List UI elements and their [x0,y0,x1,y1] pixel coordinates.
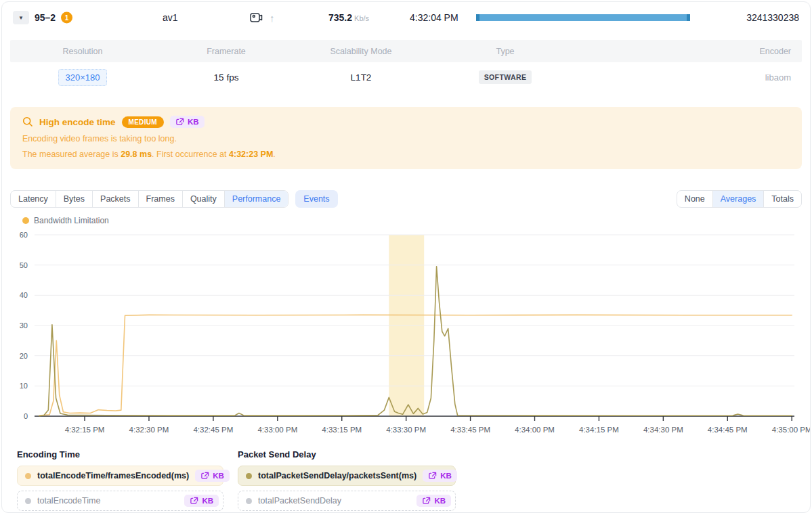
series-dot [246,498,252,504]
svg-text:30: 30 [20,321,28,330]
svg-text:4:34:30 PM: 4:34:30 PM [643,426,683,434]
col-encoder: Encoder [586,47,802,56]
warning-line2: The measured average is 29.8 ms. First o… [22,150,790,159]
stats-value-row: 320×180 15 fps L1T2 SOFTWARE libaom [10,62,802,92]
svg-text:40: 40 [20,291,28,299]
warning-title: High encode time [39,117,116,127]
svg-text:0: 0 [24,412,28,420]
series-row-packet-total[interactable]: totalPacketSendDelay KB [238,491,456,511]
share-icon [175,118,184,126]
knowledge-base-button[interactable]: KB [195,470,230,482]
svg-text:4:33:15 PM: 4:33:15 PM [322,426,362,434]
issue-count-badge: 1 [61,12,72,24]
share-icon [200,472,209,480]
svg-text:4:34:00 PM: 4:34:00 PM [515,426,555,434]
series-row-encode-avg[interactable]: totalEncodeTime/framesEncoded(ms) KB [17,466,223,486]
svg-text:4:35:00 PM: 4:35:00 PM [772,426,811,434]
metric-tabs: Latency Bytes Packets Frames Quality Per… [10,190,289,208]
stream-stats-table: Resolution Framerate Scalability Mode Ty… [10,40,802,92]
series-row-packet-avg[interactable]: totalPacketSendDelay/packetsSent(ms) KB [238,466,456,486]
svg-text:60: 60 [20,231,28,239]
col-scalability-mode: Scalability Mode [297,47,425,56]
timeline-end-handle[interactable] [687,14,690,21]
video-camera-icon [250,13,263,23]
svg-text:4:33:45 PM: 4:33:45 PM [450,426,490,434]
codec-label: av1 [163,12,178,23]
stats-header-row: Resolution Framerate Scalability Mode Ty… [10,40,802,62]
chevron-down-icon: ▼ [18,15,24,21]
series-label: totalPacketSendDelay/packetsSent(ms) [258,471,416,480]
tab-events[interactable]: Events [295,190,337,208]
series-label: totalPacketSendDelay [258,496,341,505]
timeline-start-handle[interactable] [476,14,479,21]
svg-text:20: 20 [20,352,28,360]
encoding-time-title: Encoding Time [17,449,238,459]
share-icon [428,472,437,480]
series-label: totalEncodeTime/framesEncoded(ms) [37,471,189,480]
chart-legend: Bandwidth Limitation [22,216,810,225]
knowledge-base-button[interactable]: KB [184,495,219,507]
packet-send-delay-panel: Packet Send Delay totalPacketSendDelay/p… [238,449,456,513]
series-selector-area: Encoding Time totalEncodeTime/framesEnco… [17,449,810,513]
svg-text:50: 50 [20,261,28,269]
bitrate: 735.2Kb/s [328,12,369,24]
packet-send-delay-title: Packet Send Delay [238,449,456,459]
timeline-progress-bar[interactable] [476,14,690,21]
tab-none[interactable]: None [677,191,713,207]
series-dot [25,498,31,504]
warning-line1: Encoding video frames is taking too long… [22,134,790,143]
tab-frames[interactable]: Frames [139,191,183,207]
bandwidth-limitation-label: Bandwidth Limitation [34,216,109,225]
high-encode-time-warning: High encode time MEDIUM KB Encoding vide… [10,107,802,169]
tab-totals[interactable]: Totals [764,191,801,207]
aggregation-tabs: None Averages Totals [677,190,802,208]
tab-performance[interactable]: Performance [225,191,289,207]
col-resolution: Resolution [10,47,155,56]
stream-topbar: ▼ 95–2 1 av1 ↑ 735.2Kb/s 4:32:04 PM 3241… [2,2,810,33]
encoding-time-panel: Encoding Time totalEncodeTime/framesEnco… [17,449,238,513]
first-occurrence-time: 4:32:23 PM [229,150,273,159]
tab-averages[interactable]: Averages [713,191,765,207]
performance-chart[interactable]: 01020304050604:32:15 PM4:32:30 PM4:32:45… [2,227,811,440]
upload-arrow-icon: ↑ [270,13,275,23]
stream-panel: ▼ 95–2 1 av1 ↑ 735.2Kb/s 4:32:04 PM 3241… [1,1,811,513]
severity-badge: MEDIUM [122,116,164,128]
svg-text:4:32:30 PM: 4:32:30 PM [129,426,169,434]
ssrc-id: 3241330238 [746,12,799,23]
collapse-button[interactable]: ▼ [13,11,29,24]
bitrate-unit: Kb/s [354,14,369,22]
measured-average: 29.8 ms [121,150,152,159]
svg-text:4:34:15 PM: 4:34:15 PM [579,426,619,434]
track-id: 95–2 [35,12,56,23]
tab-bytes[interactable]: Bytes [56,191,93,207]
share-icon [422,497,431,505]
knowledge-base-button[interactable]: KB [170,116,205,128]
bitrate-value: 735.2 [328,12,352,23]
svg-text:10: 10 [20,382,28,390]
knowledge-base-button[interactable]: KB [416,495,451,507]
kb-label: KB [188,118,199,126]
share-icon [190,497,198,505]
svg-text:4:32:15 PM: 4:32:15 PM [65,426,105,434]
scalability-mode-value: L1T2 [351,72,372,83]
start-time: 4:32:04 PM [410,12,458,23]
chart-tabs-row: Latency Bytes Packets Frames Quality Per… [10,190,802,208]
svg-text:4:32:45 PM: 4:32:45 PM [193,426,233,434]
resolution-badge[interactable]: 320×180 [58,69,108,86]
series-dot [25,473,31,479]
magnifier-icon [22,116,33,127]
encoder-type-badge: SOFTWARE [479,70,532,84]
tab-packets[interactable]: Packets [93,191,138,207]
framerate-value: 15 fps [214,72,239,83]
col-framerate: Framerate [155,47,297,56]
svg-text:4:34:45 PM: 4:34:45 PM [708,426,748,434]
series-row-encode-total[interactable]: totalEncodeTime KB [17,491,223,511]
col-type: Type [425,47,586,56]
svg-text:4:33:30 PM: 4:33:30 PM [386,426,426,434]
tab-quality[interactable]: Quality [183,191,225,207]
bandwidth-limitation-dot [22,217,29,224]
tab-latency[interactable]: Latency [11,191,56,207]
series-label: totalEncodeTime [37,496,100,505]
encoder-value: libaom [765,72,791,83]
knowledge-base-button[interactable]: KB [423,470,457,482]
